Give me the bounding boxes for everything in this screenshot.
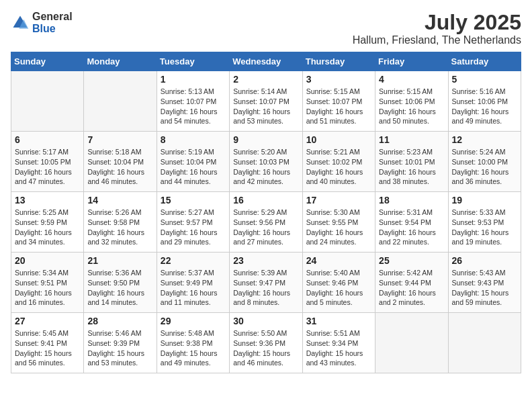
calendar-cell bbox=[448, 313, 521, 373]
day-number: 1 bbox=[161, 74, 226, 85]
calendar-week-row: 6Sunrise: 5:17 AM Sunset: 10:05 PM Dayli… bbox=[11, 132, 521, 192]
day-number: 18 bbox=[379, 195, 444, 205]
day-number: 17 bbox=[306, 195, 371, 205]
calendar-cell: 26Sunrise: 5:43 AM Sunset: 9:43 PM Dayli… bbox=[448, 253, 521, 313]
month-title: July 2025 bbox=[353, 11, 521, 34]
day-number: 8 bbox=[161, 134, 226, 145]
day-number: 23 bbox=[233, 255, 298, 266]
day-number: 31 bbox=[306, 316, 371, 326]
day-number: 15 bbox=[161, 195, 226, 205]
calendar-cell: 31Sunrise: 5:51 AM Sunset: 9:34 PM Dayli… bbox=[302, 313, 375, 373]
calendar-cell: 29Sunrise: 5:48 AM Sunset: 9:38 PM Dayli… bbox=[157, 313, 229, 373]
day-info: Sunrise: 5:27 AM Sunset: 9:57 PM Dayligh… bbox=[161, 208, 226, 247]
day-info: Sunrise: 5:40 AM Sunset: 9:46 PM Dayligh… bbox=[306, 268, 371, 308]
day-info: Sunrise: 5:33 AM Sunset: 9:53 PM Dayligh… bbox=[452, 208, 517, 247]
calendar-week-row: 1Sunrise: 5:13 AM Sunset: 10:07 PM Dayli… bbox=[11, 71, 521, 132]
day-number: 30 bbox=[233, 316, 298, 326]
day-info: Sunrise: 5:51 AM Sunset: 9:34 PM Dayligh… bbox=[306, 328, 371, 368]
day-number: 20 bbox=[15, 255, 80, 266]
calendar-cell: 20Sunrise: 5:34 AM Sunset: 9:51 PM Dayli… bbox=[11, 253, 84, 313]
calendar-cell: 28Sunrise: 5:46 AM Sunset: 9:39 PM Dayli… bbox=[84, 313, 157, 373]
day-info: Sunrise: 5:43 AM Sunset: 9:43 PM Dayligh… bbox=[452, 268, 517, 308]
calendar-week-row: 20Sunrise: 5:34 AM Sunset: 9:51 PM Dayli… bbox=[11, 253, 521, 313]
day-info: Sunrise: 5:50 AM Sunset: 9:36 PM Dayligh… bbox=[233, 328, 298, 368]
calendar-cell: 12Sunrise: 5:24 AM Sunset: 10:00 PM Dayl… bbox=[448, 132, 521, 192]
calendar-cell: 25Sunrise: 5:42 AM Sunset: 9:44 PM Dayli… bbox=[375, 253, 448, 313]
day-number: 4 bbox=[379, 74, 444, 85]
calendar-cell: 23Sunrise: 5:39 AM Sunset: 9:47 PM Dayli… bbox=[230, 253, 302, 313]
calendar-cell: 16Sunrise: 5:29 AM Sunset: 9:56 PM Dayli… bbox=[230, 192, 302, 253]
day-info: Sunrise: 5:39 AM Sunset: 9:47 PM Dayligh… bbox=[233, 268, 298, 308]
calendar-cell: 14Sunrise: 5:26 AM Sunset: 9:58 PM Dayli… bbox=[84, 192, 157, 253]
calendar-cell: 30Sunrise: 5:50 AM Sunset: 9:36 PM Dayli… bbox=[230, 313, 302, 373]
weekday-header: Wednesday bbox=[230, 52, 302, 71]
title-section: July 2025 Hallum, Friesland, The Netherl… bbox=[353, 11, 521, 46]
day-number: 26 bbox=[452, 255, 517, 266]
calendar-cell: 8Sunrise: 5:19 AM Sunset: 10:04 PM Dayli… bbox=[157, 132, 229, 192]
day-info: Sunrise: 5:46 AM Sunset: 9:39 PM Dayligh… bbox=[87, 328, 152, 368]
calendar-cell: 2Sunrise: 5:14 AM Sunset: 10:07 PM Dayli… bbox=[230, 71, 302, 132]
weekday-header: Sunday bbox=[11, 52, 84, 71]
day-info: Sunrise: 5:48 AM Sunset: 9:38 PM Dayligh… bbox=[161, 328, 226, 368]
logo: General Blue bbox=[11, 11, 73, 34]
day-number: 2 bbox=[233, 74, 298, 85]
day-number: 12 bbox=[452, 134, 517, 145]
day-number: 3 bbox=[306, 74, 371, 85]
day-info: Sunrise: 5:18 AM Sunset: 10:04 PM Daylig… bbox=[87, 147, 152, 187]
day-number: 10 bbox=[306, 134, 371, 145]
calendar-cell: 5Sunrise: 5:16 AM Sunset: 10:06 PM Dayli… bbox=[448, 71, 521, 132]
day-info: Sunrise: 5:21 AM Sunset: 10:02 PM Daylig… bbox=[306, 147, 371, 187]
day-info: Sunrise: 5:29 AM Sunset: 9:56 PM Dayligh… bbox=[233, 208, 298, 247]
day-number: 9 bbox=[233, 134, 298, 145]
calendar-cell: 7Sunrise: 5:18 AM Sunset: 10:04 PM Dayli… bbox=[84, 132, 157, 192]
logo-general: General bbox=[32, 11, 73, 23]
day-info: Sunrise: 5:15 AM Sunset: 10:07 PM Daylig… bbox=[306, 87, 371, 126]
calendar-cell: 18Sunrise: 5:31 AM Sunset: 9:54 PM Dayli… bbox=[375, 192, 448, 253]
weekday-header-row: SundayMondayTuesdayWednesdayThursdayFrid… bbox=[11, 52, 521, 71]
day-info: Sunrise: 5:30 AM Sunset: 9:55 PM Dayligh… bbox=[306, 208, 371, 247]
logo-icon bbox=[11, 13, 30, 32]
day-number: 11 bbox=[379, 134, 444, 145]
day-info: Sunrise: 5:34 AM Sunset: 9:51 PM Dayligh… bbox=[15, 268, 80, 308]
day-info: Sunrise: 5:25 AM Sunset: 9:59 PM Dayligh… bbox=[15, 208, 80, 247]
calendar-cell: 10Sunrise: 5:21 AM Sunset: 10:02 PM Dayl… bbox=[302, 132, 375, 192]
day-info: Sunrise: 5:13 AM Sunset: 10:07 PM Daylig… bbox=[161, 87, 226, 126]
weekday-header: Thursday bbox=[302, 52, 375, 71]
day-info: Sunrise: 5:36 AM Sunset: 9:50 PM Dayligh… bbox=[87, 268, 152, 308]
calendar-cell: 15Sunrise: 5:27 AM Sunset: 9:57 PM Dayli… bbox=[157, 192, 229, 253]
day-number: 22 bbox=[161, 255, 226, 266]
weekday-header: Tuesday bbox=[157, 52, 229, 71]
day-info: Sunrise: 5:42 AM Sunset: 9:44 PM Dayligh… bbox=[379, 268, 444, 308]
calendar-cell bbox=[11, 71, 84, 132]
day-info: Sunrise: 5:17 AM Sunset: 10:05 PM Daylig… bbox=[15, 147, 80, 187]
calendar-cell: 6Sunrise: 5:17 AM Sunset: 10:05 PM Dayli… bbox=[11, 132, 84, 192]
calendar-week-row: 27Sunrise: 5:45 AM Sunset: 9:41 PM Dayli… bbox=[11, 313, 521, 373]
day-info: Sunrise: 5:45 AM Sunset: 9:41 PM Dayligh… bbox=[15, 328, 80, 368]
calendar-cell: 11Sunrise: 5:23 AM Sunset: 10:01 PM Dayl… bbox=[375, 132, 448, 192]
calendar-cell: 4Sunrise: 5:15 AM Sunset: 10:06 PM Dayli… bbox=[375, 71, 448, 132]
day-number: 6 bbox=[15, 134, 80, 145]
day-info: Sunrise: 5:37 AM Sunset: 9:49 PM Dayligh… bbox=[161, 268, 226, 308]
calendar-cell: 9Sunrise: 5:20 AM Sunset: 10:03 PM Dayli… bbox=[230, 132, 302, 192]
day-number: 24 bbox=[306, 255, 371, 266]
day-info: Sunrise: 5:15 AM Sunset: 10:06 PM Daylig… bbox=[379, 87, 444, 126]
weekday-header: Friday bbox=[375, 52, 448, 71]
location-title: Hallum, Friesland, The Netherlands bbox=[353, 34, 521, 46]
calendar-cell bbox=[84, 71, 157, 132]
calendar-cell: 17Sunrise: 5:30 AM Sunset: 9:55 PM Dayli… bbox=[302, 192, 375, 253]
day-number: 5 bbox=[452, 74, 517, 85]
calendar-cell: 27Sunrise: 5:45 AM Sunset: 9:41 PM Dayli… bbox=[11, 313, 84, 373]
day-number: 25 bbox=[379, 255, 444, 266]
calendar-cell: 21Sunrise: 5:36 AM Sunset: 9:50 PM Dayli… bbox=[84, 253, 157, 313]
day-number: 14 bbox=[87, 195, 152, 205]
calendar-table: SundayMondayTuesdayWednesdayThursdayFrid… bbox=[11, 52, 521, 373]
day-number: 7 bbox=[87, 134, 152, 145]
day-number: 13 bbox=[15, 195, 80, 205]
calendar-cell: 19Sunrise: 5:33 AM Sunset: 9:53 PM Dayli… bbox=[448, 192, 521, 253]
day-info: Sunrise: 5:20 AM Sunset: 10:03 PM Daylig… bbox=[233, 147, 298, 187]
day-number: 27 bbox=[15, 316, 80, 326]
day-info: Sunrise: 5:31 AM Sunset: 9:54 PM Dayligh… bbox=[379, 208, 444, 247]
logo-blue: Blue bbox=[32, 23, 73, 35]
logo-text: General Blue bbox=[32, 11, 73, 34]
weekday-header: Monday bbox=[84, 52, 157, 71]
